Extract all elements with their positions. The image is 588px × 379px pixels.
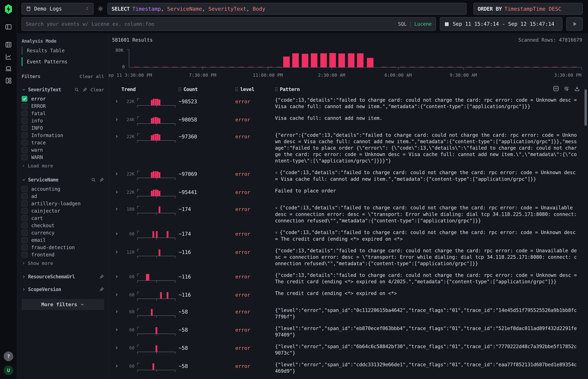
drag-handle-icon[interactable] (275, 87, 278, 91)
header-level[interactable]: level (235, 86, 275, 92)
filter-option-artillery-loadgen[interactable]: artillery-loadgen (22, 200, 104, 207)
filter-option-Information[interactable]: Information (22, 132, 104, 139)
wrap-text-icon[interactable] (563, 85, 570, 92)
filter-option-info[interactable]: info (22, 117, 104, 124)
checkbox[interactable] (22, 103, 28, 109)
mode-results-table[interactable]: Results Table (22, 46, 104, 55)
group-scopeversion-header[interactable]: ScopeVersion (22, 286, 104, 292)
filter-option-cart[interactable]: cart (22, 215, 104, 222)
search-icon[interactable] (74, 87, 79, 92)
filter-option-frontend[interactable]: frontend (22, 251, 104, 258)
code-icon[interactable] (553, 85, 559, 92)
checkbox[interactable] (22, 125, 28, 131)
checkbox[interactable] (22, 230, 28, 236)
chart-explorer-icon[interactable] (4, 52, 13, 61)
table-row[interactable]: 22K~97069error×{"code":13,"details":"fai… (112, 167, 580, 185)
checkbox[interactable] (22, 96, 28, 102)
clear-severity-button[interactable]: Clear (91, 87, 104, 92)
checkbox[interactable] (22, 244, 28, 250)
search-input[interactable]: Search your events w/ Lucene ex. column:… (22, 17, 436, 31)
header-trend[interactable]: Trend (121, 86, 179, 92)
run-query-button[interactable] (566, 17, 583, 31)
filter-option-email[interactable]: email (22, 237, 104, 244)
dashboards-icon[interactable] (4, 76, 13, 85)
checkbox[interactable] (22, 215, 28, 221)
checkbox[interactable] (22, 222, 28, 228)
expand-row-chevron[interactable] (112, 325, 121, 332)
header-pattern[interactable]: Pattern (275, 86, 580, 92)
checkbox[interactable] (22, 111, 28, 116)
filter-option-trace[interactable]: trace (22, 139, 104, 146)
pin-icon[interactable] (99, 177, 104, 182)
pin-icon[interactable] (99, 274, 104, 279)
filter-option-accounting[interactable]: accounting (22, 185, 104, 192)
source-select[interactable]: Demo Logs (22, 3, 93, 15)
table-row[interactable]: 120~116error{"code":13,"details":"failed… (112, 245, 580, 269)
table-row[interactable]: 22K~97360error{"error":{"code":13,"detai… (112, 129, 580, 167)
filter-option-fraud-detection[interactable]: fraud-detection (22, 244, 104, 251)
table-row[interactable]: 60~174error×{"code":13,"details":"failed… (112, 227, 580, 245)
pin-icon[interactable] (82, 87, 87, 92)
search-icon[interactable] (91, 177, 96, 182)
header-count[interactable]: Count (179, 86, 235, 92)
checkbox[interactable] (22, 201, 28, 206)
filter-option-cainjector[interactable]: cainjector (22, 207, 104, 215)
show-more-button[interactable]: Show more (22, 260, 104, 267)
more-filters-button[interactable]: More filters (22, 299, 104, 310)
search-logs-icon[interactable] (4, 40, 13, 49)
time-range-picker[interactable]: Sep 11 15:47:14 - Sep 12 15:47:14 (440, 17, 562, 31)
expand-row-chevron[interactable] (112, 307, 121, 314)
table-row[interactable]: 60~58error{"level":"error","span_id":"6b… (112, 341, 580, 359)
filter-option-INFO[interactable]: INFO (22, 124, 104, 132)
expand-row-chevron[interactable] (112, 97, 121, 104)
expand-row-chevron[interactable] (112, 169, 121, 176)
checkbox[interactable] (22, 208, 28, 214)
checkbox[interactable] (22, 147, 28, 153)
checkbox[interactable] (22, 118, 28, 124)
avatar[interactable]: U (4, 365, 13, 375)
sidebar-toggle-icon[interactable] (4, 22, 13, 31)
table-row[interactable]: 22K~95441errorFailed to place order (112, 185, 580, 202)
source-settings-button[interactable] (97, 6, 104, 12)
table-row[interactable]: 60~116error{"code":13,"details":"failed … (112, 269, 580, 287)
filter-option-checkout[interactable]: checkout (22, 222, 104, 229)
table-row[interactable]: 60~58error{"level":"error","span_id":"eb… (112, 323, 580, 341)
orderby-input[interactable]: ORDER BY TimestampTime DESC (474, 3, 583, 15)
results-histogram[interactable]: 80K 0 Sep 11 3:30:00 PM7:30:00 PM11:00:0… (129, 49, 581, 67)
expand-row-chevron[interactable] (112, 205, 121, 211)
checkbox[interactable] (22, 237, 28, 243)
checkbox[interactable] (22, 252, 28, 258)
filter-option-WARN[interactable]: WARN (22, 154, 104, 161)
expand-row-chevron[interactable] (112, 188, 121, 194)
expand-row-chevron[interactable] (112, 248, 121, 254)
clear-all-button[interactable]: Clear all (80, 74, 104, 79)
select-query-input[interactable]: SELECT Timestamp, ServiceName, SeverityT… (108, 3, 466, 15)
expand-row-chevron[interactable] (112, 115, 121, 122)
expand-row-chevron[interactable] (112, 229, 121, 236)
checkbox[interactable] (22, 132, 28, 138)
filter-option-ad[interactable]: ad (22, 192, 104, 200)
group-resourceschemaurl-header[interactable]: ResourceSchemaUrl (22, 274, 104, 280)
mode-lucene-button[interactable]: Lucene (414, 21, 432, 27)
table-row[interactable]: 180~174error×{"code":13,"details":"faile… (112, 202, 580, 227)
group-severitytext-header[interactable]: SeverityText Clear (22, 87, 104, 93)
expand-row-chevron[interactable] (112, 343, 121, 350)
table-row[interactable]: 60~58error{"level":"error","span_id":"cd… (112, 359, 580, 377)
table-row[interactable]: 24K~98058errorVisa cache full: cannot ad… (112, 112, 580, 129)
pin-icon[interactable] (99, 287, 104, 292)
drag-handle-icon[interactable] (235, 87, 238, 91)
app-logo-icon[interactable] (3, 4, 14, 14)
expand-row-chevron[interactable] (112, 290, 121, 297)
table-row[interactable]: 22K~98523error{"code":13,"details":"fail… (112, 94, 580, 112)
table-row[interactable]: 60~116errorThe credit card (ending <*> e… (112, 287, 580, 304)
sessions-icon[interactable] (4, 64, 13, 73)
checkbox[interactable] (22, 193, 28, 199)
filter-option-fatal[interactable]: fatal (22, 110, 104, 117)
expand-row-chevron[interactable] (112, 362, 121, 368)
checkbox[interactable] (22, 154, 28, 160)
filter-option-warn[interactable]: warn (22, 146, 104, 154)
checkbox[interactable] (22, 140, 28, 145)
download-icon[interactable] (574, 85, 580, 92)
filter-option-error[interactable]: error (22, 95, 104, 102)
help-button[interactable]: ? (4, 351, 13, 361)
